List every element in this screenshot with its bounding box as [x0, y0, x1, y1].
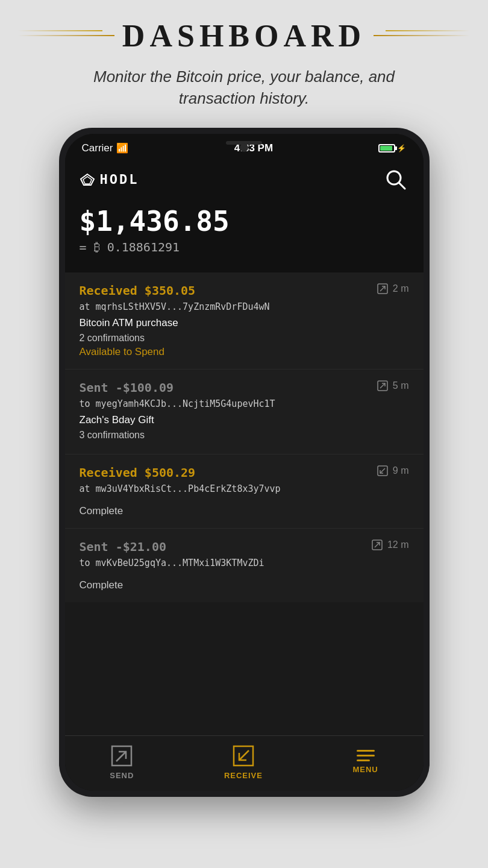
tx-header-3: Received $500.29 9 m	[80, 465, 409, 480]
tx-direction-icon-4	[372, 539, 383, 550]
tx-direction-icon-2	[377, 380, 388, 391]
tx-spacer-3	[80, 499, 409, 505]
svg-marker-1	[83, 177, 92, 184]
btc-value: 0.18861291	[107, 240, 180, 254]
tx-amount-3: Received $500.29	[80, 465, 196, 480]
balance-btc: = ₿ 0.18861291	[80, 240, 409, 254]
svg-line-5	[380, 286, 385, 291]
nav-send-label: SEND	[110, 771, 134, 780]
tx-time-label-3: 9 m	[393, 465, 409, 476]
battery-fill	[380, 146, 392, 151]
tx-time-label-1: 2 m	[393, 283, 409, 294]
bottom-nav: SEND RECEIVE MENU	[65, 735, 424, 791]
tx-address-2: to myegYamh4KCJb...NcjtiM5G4upevHc1T	[80, 398, 409, 409]
app-logo: HODL	[80, 172, 139, 187]
phone-camera	[240, 143, 248, 152]
tx-memo-1: Bitcoin ATM purchase	[80, 317, 409, 329]
hodl-logo-icon	[80, 173, 95, 186]
tx-header-1: Received $350.05 2 m	[80, 283, 409, 298]
carrier-info: Carrier 📶	[82, 142, 129, 154]
tx-time-1: 2 m	[377, 283, 409, 294]
tx-time-2: 5 m	[377, 380, 409, 391]
phone-screen: Carrier 📶 4:33 PM ⚡	[65, 134, 424, 791]
tx-header-2: Sent -$100.09 5 m	[80, 380, 409, 395]
menu-line-2	[357, 755, 375, 756]
menu-line-3	[357, 760, 370, 761]
tx-address-3: at mw3uV4YbxRisCt...Pb4cErkZt8x3y7vvp	[80, 483, 409, 494]
phone-frame: Carrier 📶 4:33 PM ⚡	[59, 128, 430, 797]
page-subtitle: Monitor the Bitcoin price, your balance,…	[75, 66, 413, 110]
charging-icon: ⚡	[397, 144, 406, 153]
nav-receive-label: RECEIVE	[224, 771, 263, 780]
svg-line-7	[380, 383, 385, 388]
battery-icon	[378, 144, 395, 153]
tx-time-label-4: 12 m	[387, 539, 409, 550]
transaction-item-1[interactable]: Received $350.05 2 m at mqrhsLStHXV5V...…	[65, 272, 424, 370]
nav-menu-label: MENU	[352, 765, 378, 774]
header-line-left	[18, 35, 114, 36]
svg-line-13	[116, 752, 126, 761]
send-icon	[110, 744, 133, 767]
tx-status-3: Complete	[80, 505, 409, 517]
tx-amount-2: Sent -$100.09	[80, 380, 174, 395]
receive-icon	[232, 744, 255, 767]
tx-amount-1: Received $350.05	[80, 283, 196, 298]
battery-indicator: ⚡	[378, 144, 406, 153]
tx-direction-icon-1	[377, 283, 388, 294]
transaction-list: Received $350.05 2 m at mqrhsLStHXV5V...…	[65, 272, 424, 735]
page-wrapper: DASHBOARD Monitor the Bitcoin price, you…	[0, 0, 488, 868]
carrier-label: Carrier	[82, 142, 113, 154]
tx-status-4: Complete	[80, 579, 409, 591]
tx-time-4: 12 m	[372, 539, 409, 550]
transaction-item-3[interactable]: Received $500.29 9 m at mw3uV4YbxRisCt..…	[65, 454, 424, 529]
transaction-item-4[interactable]: Sent -$21.00 12 m to mvKvBeU25gqYa...MTM…	[65, 529, 424, 602]
search-icon	[384, 168, 407, 191]
svg-line-3	[399, 183, 405, 189]
svg-line-11	[375, 542, 380, 547]
tx-header-4: Sent -$21.00 12 m	[80, 539, 409, 554]
balance-area: $1,436.85 = ₿ 0.18861291	[65, 199, 424, 272]
svg-line-9	[380, 468, 385, 473]
balance-usd: $1,436.85	[80, 205, 409, 237]
wifi-icon: 📶	[116, 142, 128, 154]
tx-confirmations-2: 3 confirmations	[80, 430, 409, 441]
app-logo-text: HODL	[100, 172, 139, 187]
app-header: HODL	[65, 159, 424, 199]
tx-time-label-2: 5 m	[393, 380, 409, 391]
tx-address-1: at mqrhsLStHXV5V...7yZnzmRvDrFDu4wN	[80, 301, 409, 312]
page-header: DASHBOARD Monitor the Bitcoin price, you…	[0, 0, 488, 122]
transaction-item-2[interactable]: Sent -$100.09 5 m to myegYamh4KCJb...Ncj…	[65, 370, 424, 454]
tx-time-3: 9 m	[377, 465, 409, 476]
nav-menu[interactable]: MENU	[352, 750, 378, 774]
menu-icon	[357, 750, 375, 761]
header-line-right	[374, 35, 470, 36]
tx-memo-2: Zach's Bday Gift	[80, 414, 409, 426]
tx-spacer-4	[80, 573, 409, 579]
nav-send[interactable]: SEND	[110, 744, 134, 780]
tx-direction-icon-3	[377, 465, 388, 476]
search-button[interactable]	[383, 166, 409, 193]
tx-address-4: to mvKvBeU25gqYa...MTMxi1W3KTMvZDi	[80, 558, 409, 568]
nav-receive[interactable]: RECEIVE	[224, 744, 263, 780]
tx-confirmations-1: 2 confirmations	[80, 333, 409, 344]
svg-line-15	[239, 750, 249, 760]
tx-amount-4: Sent -$21.00	[80, 539, 167, 554]
menu-line-1	[357, 750, 375, 752]
btc-prefix: = ₿	[80, 240, 100, 254]
tx-status-1: Available to Spend	[80, 346, 409, 358]
